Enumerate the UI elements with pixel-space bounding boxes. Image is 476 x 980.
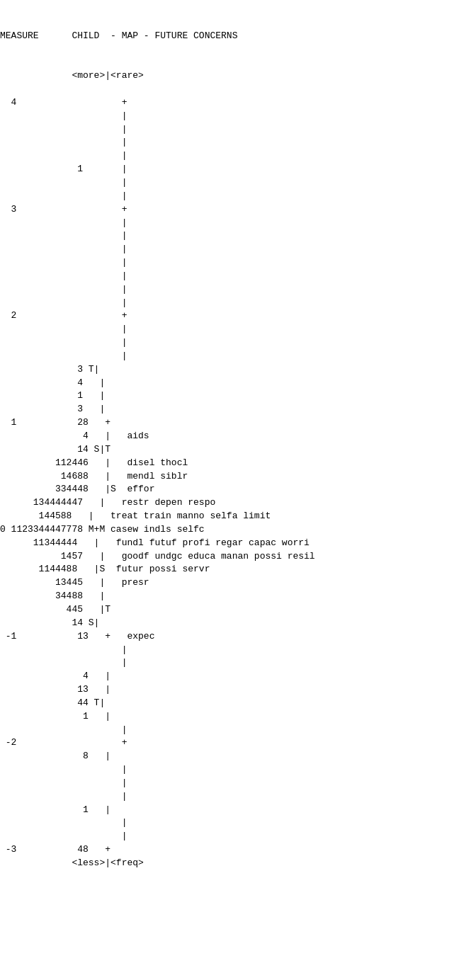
chart-line-41: | (0, 644, 476, 657)
chart-line-40: -1 13 + expec (0, 630, 476, 644)
chart-line-9: | (0, 217, 476, 230)
chart-line-4: | (0, 149, 476, 163)
chart-line-52: | (0, 790, 476, 804)
chart-line-31: 144588 | treat train manno selfa limit (0, 510, 476, 523)
chart-line-44: 13 | (0, 683, 476, 697)
chart-line-20: 3 T| (0, 363, 476, 377)
chart-line-0: 4 + (0, 96, 476, 110)
chart-line-21: 4 | (0, 377, 476, 390)
chart-line-38: 445 |T (0, 603, 476, 617)
chart-line-57: <less>|<freq> (0, 857, 476, 870)
chart-line-25: 4 | aids (0, 430, 476, 443)
chart-line-14: | (0, 283, 476, 297)
chart-line-39: 14 S| (0, 617, 476, 630)
chart-line-50: | (0, 763, 476, 777)
chart-line-51: | (0, 777, 476, 790)
chart-line-18: | (0, 336, 476, 350)
chart-line-7: | (0, 190, 476, 203)
chart-line-42: | (0, 656, 476, 670)
chart-line-48: -2 + (0, 736, 476, 750)
chart-line-32: 0 1123344447778 M+M casew indls selfc (0, 523, 476, 537)
chart-line-11: | (0, 243, 476, 256)
chart-line-15: | (0, 297, 476, 310)
chart-line-49: 8 | (0, 750, 476, 763)
chart-line-47: | (0, 724, 476, 737)
chart-line-35: 1144488 |S futur possi servr (0, 563, 476, 576)
chart-line-6: | (0, 176, 476, 190)
chart-line-30: 134444447 | restr depen respo (0, 496, 476, 510)
chart-line-2: | (0, 123, 476, 137)
chart-line-33: 11344444 | fundl futuf profi regar capac… (0, 537, 476, 550)
chart-line-13: | (0, 270, 476, 283)
chart-line-16: 2 + (0, 309, 476, 323)
chart-title: MEASURE CHILD - MAP - FUTURE CONCERNS (0, 30, 476, 43)
chart-line-34: 1457 | goodf undgc educa manan possi res… (0, 550, 476, 564)
chart-line-26: 14 S|T (0, 443, 476, 457)
chart-line-17: | (0, 323, 476, 336)
chart-line-3: | (0, 136, 476, 149)
chart-line-10: | (0, 229, 476, 243)
chart-line-1: | (0, 110, 476, 123)
chart-line-56: -3 48 + (0, 843, 476, 857)
chart-line-19: | (0, 350, 476, 363)
chart-line-36: 13445 | presr (0, 576, 476, 590)
chart-line-37: 34488 | (0, 590, 476, 603)
chart-line-5: 1 | (0, 163, 476, 176)
chart-container: MEASURE CHILD - MAP - FUTURE CONCERNS <m… (0, 0, 476, 873)
chart-line-28: 14688 | mendl siblr (0, 470, 476, 484)
chart-line-27: 112446 | disel thocl (0, 457, 476, 470)
chart-subtitle: <more>|<rare> (0, 69, 476, 83)
chart-line-54: | (0, 816, 476, 830)
chart-line-45: 44 T| (0, 697, 476, 710)
chart-line-55: | (0, 830, 476, 843)
chart-line-29: 334448 |S effor (0, 483, 476, 496)
chart-line-43: 4 | (0, 670, 476, 683)
chart-line-12: | (0, 256, 476, 270)
chart-line-23: 3 | (0, 403, 476, 416)
chart-line-8: 3 + (0, 203, 476, 217)
chart-line-22: 1 | (0, 389, 476, 403)
chart-line-53: 1 | (0, 804, 476, 817)
chart-line-46: 1 | (0, 710, 476, 724)
chart-line-24: 1 28 + (0, 416, 476, 430)
